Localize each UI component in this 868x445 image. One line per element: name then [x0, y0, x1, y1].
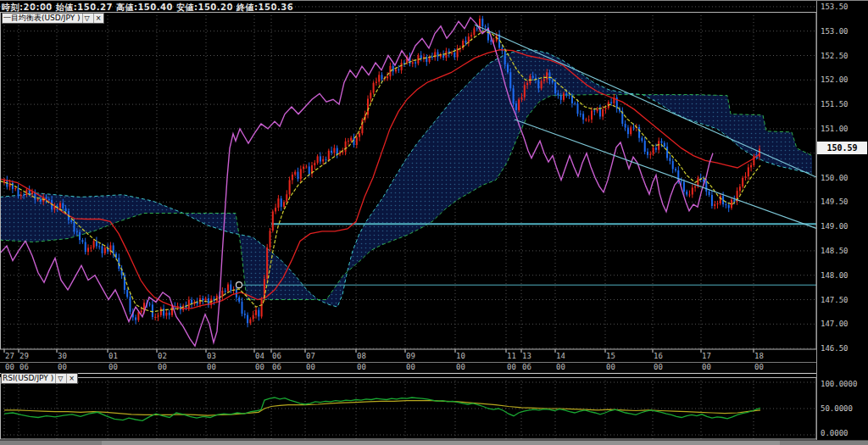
time-tick-label: 00	[5, 363, 14, 371]
rsi-title-label: RSI(USD/JPY )	[3, 374, 53, 383]
time-tick-label: 00	[456, 363, 465, 371]
price-axis-label: 153.50	[821, 3, 849, 11]
price-axis-label: 147.50	[821, 296, 849, 304]
date-tick-label: 10	[456, 352, 465, 360]
horizontal-scrollbar[interactable]	[0, 440, 868, 445]
kijun-line	[0, 50, 760, 309]
price-axis-label: 152.00	[821, 75, 849, 84]
date-tick-label: 29	[19, 352, 29, 360]
date-tick-label: 09	[406, 352, 415, 360]
rsi-collapse-icon[interactable]: ▽	[55, 374, 64, 383]
trading-app-window: 時刻:20:00 始値:150.27 高値:150.40 安値:150.20 終…	[0, 0, 868, 445]
date-tick-label: 30	[58, 352, 67, 360]
time-tick-label: 06	[272, 363, 281, 371]
price-axis-column	[816, 1, 868, 440]
date-tick-label: 18	[754, 352, 764, 360]
date-tick-label: 04	[255, 352, 264, 360]
date-tick-label: 02	[158, 352, 167, 360]
ichimoku-title-label: 一目均衡表(USD/JPY )	[3, 14, 81, 23]
time-tick-label: 00	[654, 363, 663, 371]
time-tick-label: 00	[207, 363, 216, 371]
time-tick-label: 00	[108, 363, 118, 371]
time-tick-label: 00	[754, 363, 764, 371]
line-handle-circle	[236, 282, 242, 288]
date-tick-label: 15	[606, 352, 615, 360]
time-tick-label: 00	[606, 363, 615, 371]
date-tick-label: 07	[306, 352, 315, 360]
time-tick-label: 06	[19, 363, 29, 371]
time-tick-label: 00	[702, 363, 711, 371]
time-tick-label: 00	[255, 363, 264, 371]
collapse-icon[interactable]: ▽	[82, 14, 92, 23]
rsi-axis-label: 0.0000	[821, 429, 849, 437]
scrollbar-thumb[interactable]	[102, 441, 780, 445]
time-tick-label: 00	[406, 363, 415, 371]
date-tick-label: 13	[522, 352, 531, 360]
date-tick-label: 03	[207, 352, 216, 360]
rsi-axis-label: 100.0000	[821, 380, 857, 388]
date-tick-label: 08	[357, 352, 366, 360]
price-axis-label: 147.00	[821, 320, 849, 328]
time-tick-label: 06	[522, 363, 531, 371]
close-icon[interactable]: ×	[93, 14, 103, 23]
main-chart-canvas[interactable]	[0, 1, 868, 445]
rsi-title-chip[interactable]: RSI(USD/JPY )▽×	[1, 373, 78, 384]
rsi-close-icon[interactable]: ×	[66, 374, 76, 383]
time-tick-label: 00	[58, 363, 67, 371]
price-axis-label: 148.50	[821, 247, 849, 255]
candles-group	[3, 15, 760, 327]
date-tick-label: 11	[507, 352, 516, 360]
price-axis-label: 153.00	[821, 27, 849, 36]
price-axis-label: 148.00	[821, 271, 849, 280]
price-axis-label: 151.00	[821, 125, 849, 133]
price-axis-label: 150.00	[821, 174, 849, 182]
date-tick-label: 06	[272, 352, 281, 360]
time-tick-label: 00	[306, 363, 315, 371]
date-tick-label: 16	[654, 352, 663, 360]
current-price-tag: 150.59	[817, 142, 867, 154]
time-tick-label: 00	[556, 363, 565, 371]
rsi-signal-line	[4, 401, 760, 415]
price-axis-label: 152.50	[821, 52, 849, 60]
date-tick-label: 27	[5, 352, 14, 360]
price-axis-label: 151.50	[821, 100, 849, 108]
price-axis-label: 149.00	[821, 222, 849, 231]
tenkan-line	[0, 31, 760, 312]
price-axis-label: 149.50	[821, 197, 849, 206]
price-axis-label: 146.50	[821, 344, 849, 353]
ichimoku-title-chip[interactable]: 一目均衡表(USD/JPY )▽×	[2, 13, 104, 24]
rsi-axis-label: 50.0000	[821, 404, 853, 413]
time-tick-label: 00	[507, 363, 516, 371]
date-tick-label: 17	[702, 352, 711, 360]
time-tick-label: 00	[357, 363, 366, 371]
time-tick-label: 00	[158, 363, 167, 371]
date-tick-label: 14	[556, 352, 565, 360]
date-tick-label: 01	[108, 352, 118, 360]
